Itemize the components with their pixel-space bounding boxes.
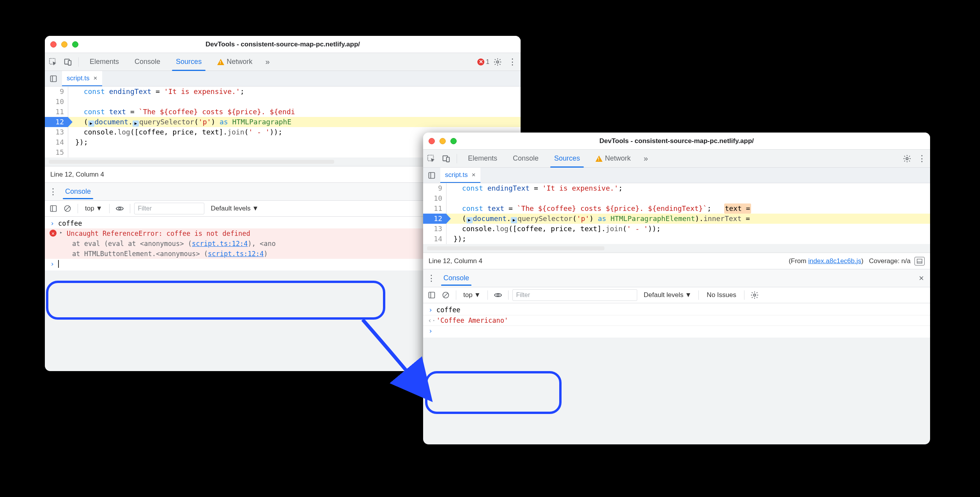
error-count-badge[interactable]: ✕ 1	[477, 58, 489, 65]
cursor-position: Line 12, Column 4	[50, 171, 104, 179]
close-window-button[interactable]	[50, 41, 57, 48]
code-line[interactable]: 12 (▶document.▶querySelector('p') as HTM…	[423, 214, 930, 224]
settings-gear-icon[interactable]	[900, 152, 914, 165]
tab-network[interactable]: Network	[210, 53, 259, 71]
console-prompt-row[interactable]: ›	[423, 325, 930, 336]
source-link[interactable]: script.ts:12:4	[208, 250, 264, 258]
devtools-tabstrip: Elements Console Sources Network » ✕ 1 ⋮	[45, 53, 521, 71]
code-line[interactable]: 12 (▶document.▶querySelector('p') as HTM…	[45, 117, 521, 127]
horizontal-scrollbar[interactable]	[427, 246, 604, 250]
code-content[interactable]: (▶document.▶querySelector('p') as HTMLPa…	[447, 214, 930, 224]
more-tabs-button[interactable]: »	[639, 152, 652, 165]
svg-point-23	[497, 294, 500, 296]
close-icon[interactable]: ×	[472, 171, 476, 179]
code-content[interactable]: });	[447, 234, 930, 244]
zoom-window-button[interactable]	[72, 41, 78, 48]
kebab-menu-icon[interactable]: ⋮	[46, 185, 60, 198]
drawer-tab-console[interactable]: Console	[438, 269, 475, 287]
clear-console-icon[interactable]	[439, 289, 452, 301]
code-content[interactable]	[447, 193, 930, 203]
console-output[interactable]: › coffee ‹⋅ 'Coffee Americano' ›	[423, 303, 930, 338]
live-expression-icon[interactable]	[113, 202, 126, 215]
line-number[interactable]: 10	[45, 97, 68, 107]
sidebar-toggle-icon[interactable]	[47, 202, 60, 215]
tab-network[interactable]: Network	[588, 150, 638, 167]
clear-console-icon[interactable]	[61, 202, 74, 215]
navigator-toggle-icon[interactable]	[47, 73, 60, 85]
tab-sources[interactable]: Sources	[169, 53, 209, 71]
file-tab-script[interactable]: script.ts ×	[440, 168, 480, 183]
kebab-menu-icon[interactable]: ⋮	[915, 152, 929, 165]
line-number[interactable]: 9	[45, 87, 68, 97]
more-tabs-button[interactable]: »	[261, 55, 274, 69]
tab-console[interactable]: Console	[128, 53, 167, 71]
line-number[interactable]: 9	[423, 183, 447, 193]
close-icon[interactable]: ×	[94, 74, 97, 82]
line-number[interactable]: 12	[45, 117, 68, 127]
console-filter-input[interactable]: Filter	[134, 203, 204, 214]
minimize-window-button[interactable]	[61, 41, 67, 48]
inspect-element-icon[interactable]	[46, 55, 60, 69]
settings-gear-icon[interactable]	[491, 55, 504, 69]
line-number[interactable]: 11	[45, 107, 68, 117]
line-number[interactable]: 10	[423, 193, 447, 203]
live-expression-icon[interactable]	[492, 289, 504, 301]
console-filter-input[interactable]: Filter	[512, 289, 637, 301]
navigator-toggle-icon[interactable]	[425, 169, 438, 182]
code-content[interactable]: const endingText = 'It is expensive.';	[68, 87, 521, 97]
log-level-selector[interactable]: Default levels ▼	[640, 291, 695, 299]
context-selector[interactable]: top ▼	[82, 205, 105, 212]
line-number[interactable]: 14	[45, 137, 68, 147]
result-icon: ‹⋅	[428, 317, 433, 324]
prompt-icon: ›	[50, 219, 55, 227]
code-line[interactable]: 9 const endingText = 'It is expensive.';	[423, 183, 930, 193]
line-number[interactable]: 13	[45, 127, 68, 137]
tab-elements[interactable]: Elements	[83, 53, 126, 71]
console-settings-gear-icon[interactable]	[748, 289, 761, 301]
tab-console[interactable]: Console	[506, 150, 546, 167]
code-line[interactable]: 10	[45, 97, 521, 107]
sourcemap-link[interactable]: index.a8c1ec6b.js	[808, 257, 861, 265]
coverage-toggle-icon[interactable]	[914, 257, 925, 265]
kebab-menu-icon[interactable]: ⋮	[425, 272, 438, 285]
expand-icon[interactable]: ▸	[60, 230, 64, 235]
tab-sources[interactable]: Sources	[547, 150, 587, 167]
code-content[interactable]: console.log([coffee, price, text].join('…	[447, 224, 930, 234]
code-editor[interactable]: 9 const endingText = 'It is expensive.';…	[423, 183, 930, 244]
minimize-window-button[interactable]	[439, 138, 446, 144]
source-link[interactable]: script.ts:12:4	[192, 240, 248, 248]
close-drawer-icon[interactable]: ×	[914, 273, 929, 283]
sidebar-toggle-icon[interactable]	[425, 289, 438, 301]
code-line[interactable]: 14});	[423, 234, 930, 244]
line-number[interactable]: 11	[423, 203, 447, 214]
issues-label[interactable]: No Issues	[703, 291, 740, 299]
svg-rect-15	[429, 172, 435, 178]
line-number[interactable]: 12	[423, 214, 447, 224]
code-content[interactable]	[68, 97, 521, 107]
code-content[interactable]: const endingText = 'It is expensive.';	[447, 183, 930, 193]
drawer-tab-console[interactable]: Console	[60, 183, 96, 200]
log-level-selector[interactable]: Default levels ▼	[207, 205, 262, 212]
code-line[interactable]: 9 const endingText = 'It is expensive.';	[45, 87, 521, 97]
code-line[interactable]: 10	[423, 193, 930, 203]
device-toggle-icon[interactable]	[439, 152, 453, 165]
file-tab-script[interactable]: script.ts ×	[62, 71, 102, 86]
code-line[interactable]: 13 console.log([coffee, price, text].joi…	[423, 224, 930, 234]
code-content[interactable]: (▶document.▶querySelector('p') as HTMLPa…	[68, 117, 521, 127]
svg-point-24	[753, 294, 756, 296]
horizontal-scrollbar[interactable]	[49, 160, 334, 164]
line-number[interactable]: 14	[423, 234, 447, 244]
zoom-window-button[interactable]	[450, 138, 457, 144]
kebab-menu-icon[interactable]: ⋮	[506, 55, 519, 69]
close-window-button[interactable]	[429, 138, 435, 144]
tab-elements[interactable]: Elements	[461, 150, 504, 167]
inspect-element-icon[interactable]	[425, 152, 438, 165]
code-content[interactable]: const text = `The ${coffee} costs ${pric…	[447, 203, 930, 214]
line-number[interactable]: 13	[423, 224, 447, 234]
line-number[interactable]: 15	[45, 147, 68, 157]
code-line[interactable]: 11 const text = `The ${coffee} costs ${p…	[423, 203, 930, 214]
code-line[interactable]: 11 const text = `The ${coffee} costs ${p…	[45, 107, 521, 117]
code-content[interactable]: const text = `The ${coffee} costs ${pric…	[68, 107, 521, 117]
context-selector[interactable]: top ▼	[460, 291, 484, 299]
device-toggle-icon[interactable]	[61, 55, 74, 69]
